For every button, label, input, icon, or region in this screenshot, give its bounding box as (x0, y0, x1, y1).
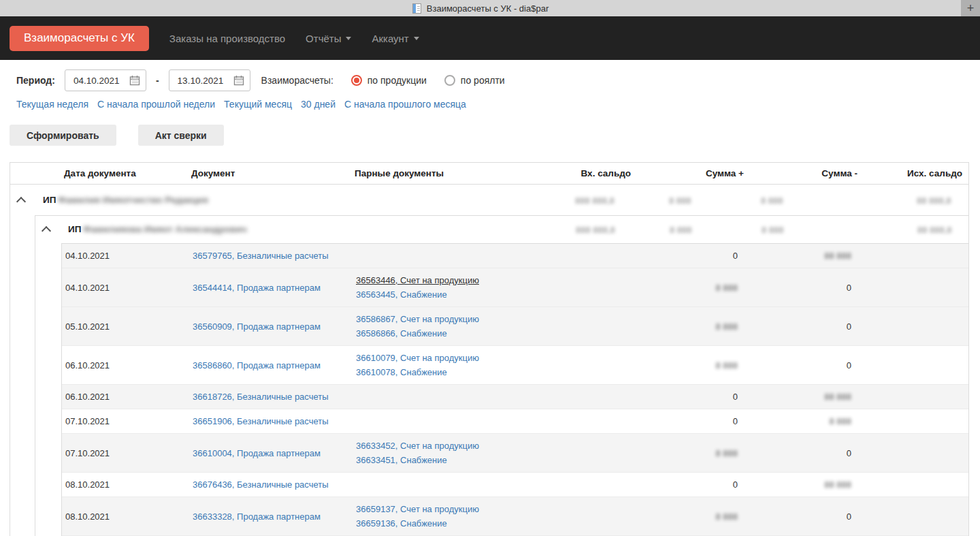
quick-period-links: Текущая неделя С начала прошлой недели Т… (16, 99, 980, 110)
table-row[interactable]: 08.10.2021 36633328, Продажа партнерам 3… (62, 497, 968, 536)
redacted-value: 8 888 (715, 511, 738, 522)
browser-tab[interactable]: Взаиморасчеты с УК - dia$par (0, 0, 961, 16)
link-from-last-month-start[interactable]: С начала прошлого месяца (344, 99, 466, 110)
caret-down-icon (414, 37, 419, 40)
redacted-sum-plus: 8 888 (670, 225, 692, 235)
cell-date: 04.10.2021 (62, 251, 193, 261)
doc-link[interactable]: 36579765, Безналичные расчеты (193, 251, 329, 261)
app-navbar: Взаиморасчеты с УК Заказы на производств… (0, 16, 980, 60)
redacted-value: 88 888 (824, 392, 851, 402)
group-prefix: ИП (68, 224, 81, 234)
cell-sum-plus: 0 (623, 392, 738, 402)
cell-document: 36579765, Безналичные расчеты (193, 251, 356, 261)
generate-button[interactable]: Сформировать (10, 125, 116, 146)
date-range-separator: - (156, 75, 159, 86)
col-header-out-saldo: Исх. сальдо (907, 168, 962, 178)
cell-sum-minus: 88 888 (738, 479, 851, 490)
radio-selected-icon[interactable] (351, 75, 362, 86)
cell-sum-minus: 0 (738, 283, 851, 293)
radio-by-production[interactable]: по продукции (351, 75, 427, 86)
group-name-redacted: Фамилияова Имяот Александрович (83, 224, 265, 234)
table-row[interactable]: 05.10.2021 36560909, Продажа партнерам 3… (62, 307, 968, 346)
reconciliation-act-button[interactable]: Акт сверки (138, 125, 224, 146)
cell-paired-docs (356, 251, 564, 261)
col-header-doc-date: Дата документа (64, 168, 136, 178)
doc-link[interactable]: 36610004, Продажа партнерам (193, 448, 321, 458)
link-current-week[interactable]: Текущая неделя (16, 99, 88, 110)
paired-doc-link[interactable]: 36633452, Счет на продукцию (356, 439, 564, 453)
new-tab-button[interactable]: + (961, 0, 980, 16)
radio-by-royalty[interactable]: по роялти (444, 75, 505, 86)
group-row-level1: ИП Фамилия Имяотчество Редакция 888 888,… (10, 185, 968, 215)
link-from-last-week-start[interactable]: С начала прошлой недели (97, 99, 215, 110)
doc-link[interactable]: 36560909, Продажа партнерам (193, 321, 321, 332)
paired-doc-link[interactable]: 36586866, Снабжение (356, 326, 564, 341)
col-header-paired-docs: Парные документы (355, 168, 444, 178)
cell-document: 36560909, Продажа партнерам (193, 321, 356, 332)
calendar-icon[interactable] (233, 75, 244, 86)
paired-doc-link[interactable]: 36610078, Снабжение (356, 365, 564, 379)
col-header-document: Документ (191, 168, 235, 178)
tab-title: Взаиморасчеты с УК - dia$par (427, 3, 549, 14)
paired-doc-link[interactable]: 36586867, Счет на продукцию (356, 312, 564, 326)
settlements-label: Взаиморасчеты: (261, 75, 333, 86)
table-row[interactable]: 07.10.2021 36651906, Безналичные расчеты… (62, 409, 968, 434)
cell-document: 36633328, Продажа партнерам (193, 511, 356, 522)
nav-item-account[interactable]: Аккаунт (372, 33, 419, 44)
nav-item-label: Заказы на производство (169, 33, 285, 44)
paired-doc-link[interactable]: 36563446, Счет на продукцию (356, 273, 564, 287)
doc-link[interactable]: 36676436, Безналичные расчеты (193, 479, 329, 490)
cell-sum-plus: 0 (623, 479, 738, 490)
cell-sum-minus: 8 888 (738, 416, 851, 426)
favicon-icon (412, 3, 421, 14)
table-row[interactable]: 06.10.2021 36586860, Продажа партнерам 3… (62, 346, 968, 385)
cell-paired-docs: 36633452, Счет на продукцию36633451, Сна… (356, 434, 564, 472)
cell-sum-minus: 0 (738, 448, 851, 458)
group-name-redacted: Фамилия Имяотчество Редакция (58, 195, 223, 205)
date-to-wrap (169, 69, 250, 91)
link-current-month[interactable]: Текущий месяц (224, 99, 292, 110)
redacted-value: 8 888 (715, 321, 738, 332)
nav-item-production-orders[interactable]: Заказы на производство (169, 33, 285, 44)
redacted-sum-minus: 8 888 (762, 225, 784, 235)
cell-paired-docs (356, 480, 564, 490)
doc-link[interactable]: 36586860, Продажа партнерам (193, 360, 321, 371)
cell-sum-plus: 8 888 (623, 360, 738, 371)
col-header-sum-minus: Сумма - (821, 168, 858, 178)
doc-link[interactable]: 36633328, Продажа партнерам (193, 511, 321, 522)
doc-link[interactable]: 36618726, Безналичные расчеты (193, 392, 329, 402)
table-row[interactable]: 04.10.2021 36579765, Безналичные расчеты… (62, 244, 968, 268)
cell-sum-minus: 0 (738, 321, 851, 332)
redacted-sum-plus: 8 888 (669, 195, 691, 206)
nav-item-reports[interactable]: Отчёты (306, 33, 351, 44)
cell-document: 36586860, Продажа партнерам (193, 360, 356, 371)
table-row[interactable]: 07.10.2021 36610004, Продажа партнерам 3… (62, 434, 968, 473)
table-row[interactable]: 08.10.2021 36676436, Безналичные расчеты… (62, 473, 968, 497)
chevron-up-icon[interactable] (42, 226, 51, 236)
period-label: Период: (16, 75, 55, 86)
redacted-value: 8 888 (715, 360, 738, 371)
calendar-icon[interactable] (129, 75, 140, 86)
redacted-in-saldo: 888 888,8 (576, 225, 615, 235)
cell-paired-docs (356, 417, 564, 426)
radio-unselected-icon[interactable] (444, 75, 455, 86)
paired-doc-link[interactable]: 36633451, Снабжение (356, 453, 564, 467)
table-row[interactable]: 04.10.2021 36544414, Продажа партнерам 3… (62, 268, 968, 307)
cell-paired-docs: 36659137, Счет на продукцию36659136, Сна… (356, 497, 564, 535)
paired-doc-link[interactable]: 36563445, Снабжение (356, 287, 564, 302)
cell-document: 36651906, Безналичные расчеты (193, 416, 356, 426)
cell-date: 05.10.2021 (62, 321, 193, 332)
link-30-days[interactable]: 30 дней (301, 99, 336, 110)
doc-link[interactable]: 36544414, Продажа партнерам (193, 283, 321, 293)
nav-item-label: Аккаунт (372, 33, 408, 44)
redacted-value: 8 888 (715, 283, 738, 293)
paired-doc-link[interactable]: 36659136, Снабжение (356, 516, 564, 531)
cell-sum-plus: 8 888 (623, 283, 738, 293)
table-row[interactable]: 06.10.2021 36618726, Безналичные расчеты… (62, 385, 968, 409)
chevron-up-icon[interactable] (16, 197, 26, 206)
paired-doc-link[interactable]: 36610079, Счет на продукцию (356, 351, 564, 365)
nav-brand-settlements-button[interactable]: Взаиморасчеты с УК (10, 26, 149, 51)
redacted-sum-minus: 8 888 (761, 195, 783, 206)
doc-link[interactable]: 36651906, Безналичные расчеты (193, 416, 329, 426)
paired-doc-link[interactable]: 36659137, Счет на продукцию (356, 502, 564, 516)
